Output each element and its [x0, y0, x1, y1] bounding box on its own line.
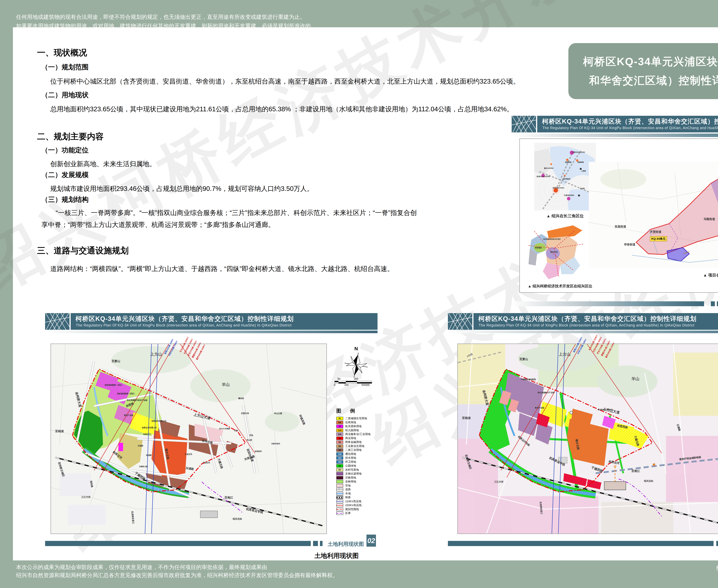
header-pattern-icon [448, 313, 473, 330]
legend-swatch [336, 484, 343, 487]
legend-swatch [336, 511, 343, 515]
legend-row: 110KV高压线 [336, 500, 371, 504]
top-notice-line2: 如果要改用地或建筑物的用途，或对用地、建筑物进行任何其他的开发重建，则新的用途和… [16, 22, 316, 30]
shaoxing-map-labels: 绍兴柯桥经济技术开发区柯桥城区绍兴市区 [526, 223, 585, 283]
legend-label: 环卫用地 [345, 461, 356, 463]
location-caption-bar [512, 301, 704, 306]
legend-label: 空地 [345, 484, 351, 487]
current-map-powerline-labels: 纺凤1101线 110KV中齐1102线 110KV古太4081线 220KV古… [51, 344, 326, 533]
legend-swatch: U15 [336, 453, 343, 456]
legend-row: U21 排水用地 [336, 456, 371, 460]
scale-label: 500(M) [361, 383, 369, 386]
footer-org: 绍兴柯桥经济技术开发区管理委员会 [716, 564, 718, 572]
legend-row: M0 工业新业态用地 [336, 444, 371, 448]
scale-label: 300 [354, 377, 358, 380]
current-legend: R2 二类城镇住宅用地 R/B 住商用地 A1 机关团体用地 A34 幼儿园用地… [336, 417, 371, 515]
delta-map-labels: 上海SHANGHAI南桥新城临港新城嘉兴JIAXING上海港杭州HANGZHOU… [534, 143, 596, 210]
section-3-heading: 三、道路与交通设施规划 [37, 245, 129, 256]
legend-row: 220KV高压线 [336, 503, 371, 507]
legend-row: G2 公园绿地 [336, 464, 371, 468]
legend-row: 铁路 [336, 496, 371, 500]
legend-label: 220KV高压线 [345, 504, 362, 507]
current-panel-header: 柯桥区KQ-34单元兴浦区块（齐贤、安昌和华舍交汇区域）控制性详细规划 The … [45, 313, 378, 330]
top-notice: 任何用地或建筑物的现有合法用途，即使不符合规划的规定，也无须做出更正，直至用途有… [16, 13, 316, 30]
legend-label: 宗教用地 [345, 477, 356, 479]
location-panel-subtitle: The Regulatory Plan Of KQ-34 Unit of Xin… [542, 126, 718, 130]
section-1-par-2: 总用地面积约323.65公顷，其中现状已建设用地为211.61公顷，占总用地的6… [50, 103, 513, 115]
planned-land-use-map: 上方山羊山8号线至萧山至钱清至柯桥主城区至袍江上方山大道金柯桥大道镜水北路创意西… [457, 343, 718, 534]
legend-label: 商业用地 [345, 437, 356, 440]
legend-swatch: RV [336, 468, 343, 471]
map-label: 杭州湾新区 [563, 178, 571, 180]
legend-swatch: M2 [336, 448, 343, 452]
map-label: 上海SHANGHAI [571, 151, 585, 153]
section-2-par-3: “一核三片、一脊两带多廊”。“一核”指双山商业综合服务核；“三片”指未来总部片、… [41, 207, 423, 231]
legend-swatch: B2 [336, 441, 343, 444]
public-notice-title: 柯桥区KQ-34单元兴浦区块（齐贤、安昌 和华舍交汇区域）控制性详细规划公示 [568, 43, 718, 99]
map-label: 安昌街道 [615, 225, 626, 229]
header-pattern-icon [512, 116, 537, 132]
delta-map-caption: ▲ 绍兴在长三角区位 [533, 213, 597, 219]
legend-swatch: B1 [336, 437, 343, 440]
legend-row: 区界 [336, 511, 371, 515]
location-map-box: 上海SHANGHAI南桥新城临港新城嘉兴JIAXING上海港杭州HANGZHOU… [520, 139, 718, 293]
current-gradient-bar [45, 331, 378, 333]
legend-label: 公园绿地 [345, 464, 356, 467]
legend-swatch: M0 [336, 444, 343, 448]
legend-label: 铁路 [345, 496, 351, 499]
legend-swatch [336, 496, 343, 499]
map-label: 宁波NINGBO [564, 194, 574, 197]
footer-line2: 绍兴市自然资源和规划局柯桥分局汇总各方意见修改完善后报市政府批复为准，绍兴柯桥经… [16, 572, 338, 579]
legend-label: 道路 [345, 488, 351, 491]
legend-swatch: G2 [336, 464, 343, 467]
legend-row: R/B 住商用地 [336, 421, 371, 424]
legend-row: A34 幼儿园用地 [336, 428, 371, 433]
section-2-par-1: 创新创业新高地、未来生活归属地。 [50, 158, 156, 170]
page: 绍兴柯桥经济技术开发区管理委员会规划公示专用图 绍兴柯桥经济技术开发区管理委员会… [0, 0, 718, 588]
legend-label: 二类城镇住宅用地 [345, 417, 367, 420]
legend-row: 空地 [336, 484, 371, 488]
legend-swatch [336, 504, 343, 507]
legend-row: 宗教用地 [336, 476, 371, 480]
section-1-sub-1: （一）规划范围 [41, 63, 89, 72]
legend-row: A1 机关团体用地 [336, 424, 371, 428]
legend-swatch: R/B [336, 421, 343, 424]
caption-square [716, 541, 718, 546]
section-1-sub-2: （二）用地现状 [41, 90, 89, 100]
planning-map-powerline-labels: 纺凤1101线 110KV中齐1102线 110KV古太4081线 220KV古… [458, 344, 718, 533]
section-2-sub-1: （一）功能定位 [41, 146, 89, 155]
map-label: 齐贤街道 [650, 230, 661, 234]
legend-swatch [336, 480, 343, 483]
legend-swatch [336, 508, 343, 511]
legend-row: B2 商务金融用地 [336, 440, 371, 444]
legend-label: 区界 [345, 512, 351, 514]
section-2-sub-3: （三）规划结构 [41, 195, 89, 204]
public-notice-title-line1: 柯桥区KQ-34单元兴浦区块（齐贤、安昌 [583, 52, 718, 71]
legend-swatch: U22 [336, 460, 343, 464]
header-pattern-icon [45, 313, 71, 330]
legend-swatch: A1 [336, 425, 343, 428]
legend-label: 商业服务业/工业用地 [345, 433, 371, 436]
section-2-sub-2: （二）发展规模 [41, 170, 89, 180]
legend-label: 水域 [345, 492, 351, 495]
location-gradient-bar [512, 133, 718, 137]
current-number-badge: 02 [366, 534, 376, 547]
location-panel-title: 柯桥区KQ-34单元兴浦区块（齐贤、安昌和华舍交汇区域）控制性详细规划 [542, 117, 718, 126]
map-label: 北仑港 [580, 187, 585, 190]
legend-swatch: A34 [336, 429, 343, 432]
legend-swatch: B/M [336, 433, 343, 436]
legend-swatch [336, 476, 343, 479]
map-label: 杭州HANGZHOU [536, 175, 550, 178]
legend-label: 农村宅基地 [345, 468, 359, 471]
legend-row: B1 商业用地 [336, 436, 371, 440]
planning-panel-subtitle: The Regulatory Plan Of KQ-34 Unit of Xin… [479, 323, 694, 327]
compass-north: N [343, 346, 369, 379]
map-label: 绍兴柯桥经济技术开发区 [543, 238, 561, 240]
caption-square [711, 301, 715, 306]
legend-label: 农林用地 [345, 480, 356, 483]
legend-label: 商务金融用地 [345, 441, 362, 443]
section-2-heading: 二、规划主要内容 [37, 131, 104, 142]
legend-swatch [336, 488, 343, 491]
legend-label: 幼儿园用地 [345, 429, 359, 432]
public-notice-title-line2: 和华舍交汇区域）控制性详细规划公示 [589, 71, 718, 90]
